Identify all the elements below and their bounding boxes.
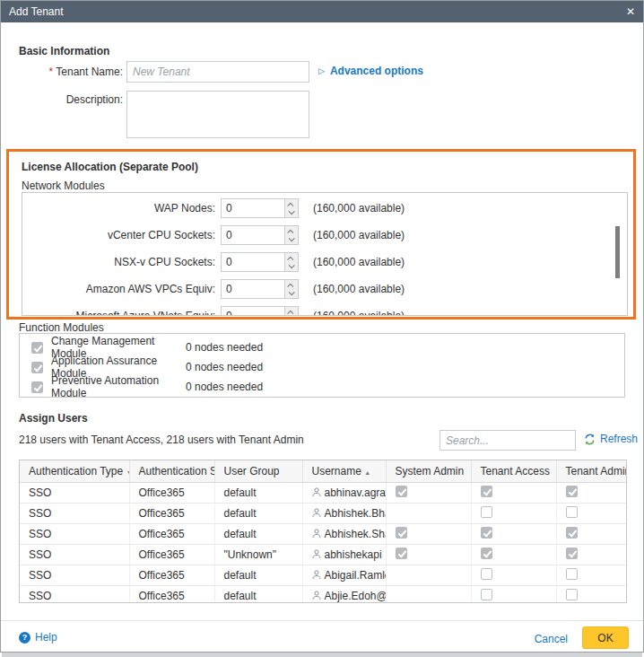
refresh-link[interactable]: Refresh xyxy=(584,433,638,445)
tenant-admin-cell xyxy=(556,544,626,565)
username-cell: Abhishek.Bhand... xyxy=(302,503,386,523)
table-row[interactable]: SSOOffice365defaultAbhishek.Sharm... xyxy=(20,523,626,544)
user-group-cell: "Unknown" xyxy=(214,544,302,565)
tenant-access-checkbox[interactable] xyxy=(481,548,492,559)
spinner-up-icon[interactable] xyxy=(288,283,294,289)
tenant-access-checkbox[interactable] xyxy=(481,568,492,580)
description-textarea[interactable] xyxy=(126,91,309,138)
nsx-sockets-input[interactable] xyxy=(222,253,284,271)
table-row[interactable]: SSOOffice365defaultAbhishek.Bhand... xyxy=(20,503,626,523)
tenant-admin-checkbox[interactable] xyxy=(566,568,578,580)
network-module-row: WAP Nodes: (160,000 available) xyxy=(22,195,627,222)
system-admin-cell xyxy=(386,523,471,544)
advanced-options-label: Advanced options xyxy=(330,65,423,77)
tenant-name-label: *Tenant Name: xyxy=(1,66,123,78)
user-group-cell: default xyxy=(214,482,302,503)
change-management-checkbox[interactable] xyxy=(31,342,43,354)
nodes-needed-text: 0 nodes needed xyxy=(186,341,263,354)
column-header-tenant-access[interactable]: Tenant Access xyxy=(471,460,556,482)
tenant-admin-checkbox[interactable] xyxy=(566,527,578,539)
spinner-down-icon[interactable] xyxy=(289,208,295,215)
cancel-button[interactable]: Cancel xyxy=(535,633,568,645)
search-input[interactable] xyxy=(439,430,576,451)
function-modules-label: Function Modules xyxy=(19,321,104,334)
column-header-username[interactable]: Username▴ xyxy=(302,460,386,482)
network-module-row: Amazon AWS VPCs Equiv: (160,000 availabl… xyxy=(22,276,627,302)
username-cell: Abigail.Ramloga... xyxy=(302,565,386,585)
column-header-authentication-server[interactable]: Authentication Ser... xyxy=(129,460,214,482)
nodes-needed-text: 0 nodes needed xyxy=(186,361,263,373)
user-icon xyxy=(312,570,321,580)
column-header-system-admin[interactable]: System Admin xyxy=(386,460,471,482)
nsx-sockets-spinner xyxy=(221,252,299,272)
add-tenant-dialog: Add Tenant ✕ Basic Information *Tenant N… xyxy=(0,0,644,653)
tenant-access-checkbox[interactable] xyxy=(481,486,492,497)
network-module-row: Microsoft Azure VNets Equiv: (160,000 av… xyxy=(22,302,627,316)
application-assurance-checkbox[interactable] xyxy=(31,362,43,373)
assign-users-summary: 218 users with Tenant Access, 218 users … xyxy=(19,434,304,446)
help-link[interactable]: ? Help xyxy=(19,631,57,644)
network-module-row: vCenter CPU Sockets: (160,000 available) xyxy=(22,222,627,249)
column-header-tenant-admin[interactable]: Tenant Admin xyxy=(556,460,626,482)
table-row[interactable]: SSOOffice365defaultAbigail.Ramloga... xyxy=(20,565,626,585)
table-header-row: Authentication Type▾ Authentication Ser.… xyxy=(20,460,626,482)
spinner-up-icon[interactable] xyxy=(288,229,294,235)
spinner-up-icon[interactable] xyxy=(288,310,294,316)
wap-nodes-spinner xyxy=(221,198,299,218)
auth-type-cell: SSO xyxy=(20,523,129,544)
tenant-admin-cell xyxy=(556,482,626,503)
network-module-row: NSX-v CPU Sockets: (160,000 available) xyxy=(22,249,627,276)
spinner-buttons[interactable] xyxy=(284,226,298,244)
spinner-down-icon[interactable] xyxy=(289,262,295,268)
auth-server-cell: Office365 xyxy=(129,503,214,523)
available-count: (160,000 available) xyxy=(313,229,405,241)
spinner-up-icon[interactable] xyxy=(288,256,294,262)
spinner-down-icon[interactable] xyxy=(289,289,295,295)
column-header-user-group[interactable]: User Group xyxy=(214,460,302,482)
column-header-authentication-type[interactable]: Authentication Type▾ xyxy=(20,460,129,482)
spinner-buttons[interactable] xyxy=(284,199,298,217)
tenant-admin-checkbox[interactable] xyxy=(566,589,578,600)
close-icon[interactable]: ✕ xyxy=(626,6,635,17)
tenant-access-checkbox[interactable] xyxy=(481,527,492,539)
spinner-up-icon[interactable] xyxy=(288,202,294,208)
system-admin-cell xyxy=(386,565,471,585)
tenant-admin-checkbox[interactable] xyxy=(566,486,578,497)
wap-nodes-input[interactable] xyxy=(222,199,284,217)
tenant-admin-checkbox[interactable] xyxy=(566,506,578,518)
vcenter-sockets-label: vCenter CPU Sockets: xyxy=(22,229,221,241)
license-allocation-heading: License Allocation (Separate Pool) xyxy=(22,161,198,173)
user-group-cell: default xyxy=(214,585,302,603)
advanced-options-link[interactable]: ▷ Advanced options xyxy=(318,65,423,77)
system-admin-checkbox[interactable] xyxy=(396,486,407,497)
system-admin-cell xyxy=(386,482,471,503)
spinner-buttons[interactable] xyxy=(284,280,298,298)
vcenter-sockets-input[interactable] xyxy=(222,226,284,244)
help-label: Help xyxy=(35,631,57,644)
nsx-sockets-label: NSX-v CPU Sockets: xyxy=(22,256,221,268)
tenant-admin-checkbox[interactable] xyxy=(566,548,578,559)
tenant-admin-cell xyxy=(556,585,626,603)
table-row[interactable]: SSOOffice365defaultAbjie.Edoh@net... xyxy=(20,585,626,603)
auth-type-cell: SSO xyxy=(20,565,129,585)
system-admin-checkbox[interactable] xyxy=(396,527,407,539)
tenant-name-input[interactable] xyxy=(126,61,309,83)
table-row[interactable]: SSOOffice365"Unknown"abhishekapi xyxy=(20,544,626,565)
spinner-buttons[interactable] xyxy=(284,253,298,271)
aws-vpcs-input[interactable] xyxy=(222,280,284,298)
tenant-access-checkbox[interactable] xyxy=(481,506,492,518)
tenant-access-checkbox[interactable] xyxy=(481,589,492,600)
vcenter-sockets-spinner xyxy=(221,225,299,245)
ok-button[interactable]: OK xyxy=(582,626,629,649)
preventive-automation-checkbox[interactable] xyxy=(31,381,43,393)
scrollbar-thumb[interactable] xyxy=(615,226,620,278)
nodes-needed-text: 0 nodes needed xyxy=(186,381,263,393)
users-table: Authentication Type▾ Authentication Ser.… xyxy=(19,460,627,603)
spinner-down-icon[interactable] xyxy=(289,235,295,241)
table-row[interactable]: SSOOffice365defaultabhinav.agrawal... xyxy=(20,482,626,503)
azure-vnets-input[interactable] xyxy=(222,307,284,316)
system-admin-checkbox[interactable] xyxy=(396,548,407,559)
system-admin-cell xyxy=(386,503,471,523)
system-admin-cell xyxy=(386,585,471,603)
spinner-buttons[interactable] xyxy=(284,307,298,316)
